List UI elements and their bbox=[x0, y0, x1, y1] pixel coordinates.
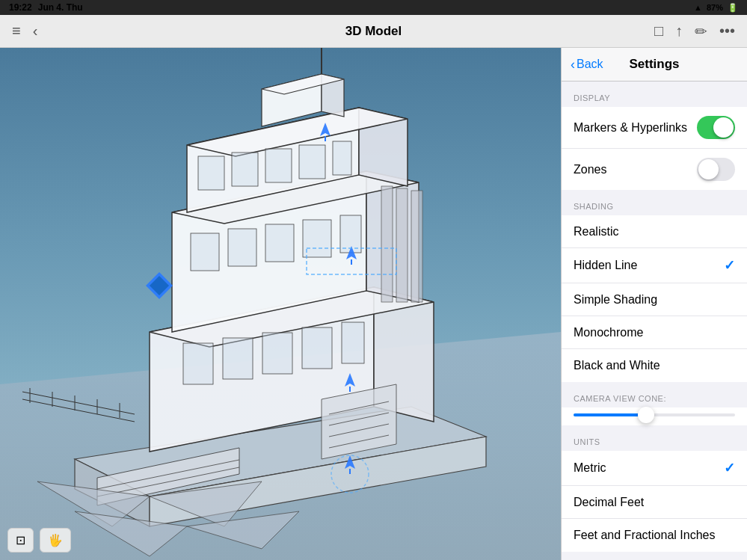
joystick-section-header: JOYSTICK bbox=[562, 552, 747, 560]
svg-rect-35 bbox=[396, 188, 408, 302]
slider-thumb[interactable] bbox=[638, 407, 654, 423]
settings-panel: ‹ Back Settings DISPLAY Markers & Hyperl… bbox=[561, 48, 747, 560]
battery-icon: 🔋 bbox=[728, 3, 738, 13]
model-bottom-toolbar: ⊡ 🖐 bbox=[7, 528, 71, 553]
metric-checkmark: ✓ bbox=[724, 460, 735, 476]
simple-shading-label: Simple Shading bbox=[574, 293, 657, 307]
svg-rect-31 bbox=[265, 149, 292, 182]
toolbar-title: 3D Model bbox=[345, 24, 402, 39]
shading-section-header: SHADING bbox=[562, 190, 747, 215]
markers-hyperlinks-label: Markers & Hyperlinks bbox=[574, 121, 687, 135]
svg-rect-19 bbox=[183, 343, 213, 384]
zones-toggle[interactable] bbox=[697, 158, 735, 181]
camera-section-header: CAMERA VIEW CONE: bbox=[562, 382, 747, 407]
main-toolbar: ≡ ‹ 3D Model □ ↑ ✏ ••• bbox=[0, 15, 747, 48]
hidden-line-label: Hidden Line bbox=[574, 259, 637, 272]
svg-rect-30 bbox=[232, 153, 258, 186]
metric-row[interactable]: Metric ✓ bbox=[562, 451, 747, 486]
feet-fractional-inches-row[interactable]: Feet and Fractional Inches bbox=[562, 519, 747, 552]
units-section-header: UNITS bbox=[562, 425, 747, 451]
hand-tool-button[interactable]: 🖐 bbox=[40, 528, 71, 553]
view-mode-icon: ⊡ bbox=[16, 533, 25, 547]
hidden-line-checkmark: ✓ bbox=[724, 257, 735, 274]
zones-row: Zones bbox=[562, 149, 747, 190]
metric-label: Metric bbox=[574, 461, 606, 475]
realistic-row[interactable]: Realistic bbox=[562, 215, 747, 248]
monochrome-label: Monochrome bbox=[574, 326, 643, 339]
svg-rect-33 bbox=[333, 141, 351, 175]
status-date: Jun 4. Thu bbox=[38, 2, 83, 13]
svg-rect-28 bbox=[340, 215, 361, 253]
back-icon[interactable]: ‹ bbox=[33, 22, 38, 40]
back-chevron-icon: ‹ bbox=[571, 57, 575, 73]
markers-hyperlinks-toggle[interactable] bbox=[697, 116, 735, 139]
toggle-knob bbox=[698, 159, 719, 179]
camera-cone-slider-container bbox=[562, 407, 747, 425]
wifi-icon: ▲ bbox=[694, 3, 702, 12]
svg-rect-21 bbox=[262, 333, 292, 374]
monochrome-row[interactable]: Monochrome bbox=[562, 316, 747, 349]
back-label: Back bbox=[577, 58, 603, 71]
battery-level: 87% bbox=[707, 3, 723, 12]
svg-rect-29 bbox=[198, 156, 224, 190]
svg-rect-25 bbox=[228, 229, 256, 266]
more-icon[interactable]: ••• bbox=[719, 22, 735, 40]
hidden-line-row[interactable]: Hidden Line ✓ bbox=[562, 248, 747, 283]
hand-tool-icon: 🖐 bbox=[48, 533, 63, 547]
pencil-icon[interactable]: ✏ bbox=[695, 22, 707, 40]
status-bar: 19:22 Jun 4. Thu ▲ 87% 🔋 bbox=[0, 0, 747, 15]
share-icon[interactable]: ↑ bbox=[675, 22, 683, 40]
svg-rect-36 bbox=[411, 191, 422, 302]
decimal-feet-row[interactable]: Decimal Feet bbox=[562, 486, 747, 519]
svg-rect-22 bbox=[302, 327, 332, 369]
black-and-white-label: Black and White bbox=[574, 359, 660, 372]
camera-cone-slider-track[interactable] bbox=[574, 413, 735, 416]
back-button[interactable]: ‹ Back bbox=[571, 57, 603, 73]
toggle-knob bbox=[713, 117, 734, 138]
book-icon[interactable]: □ bbox=[654, 22, 663, 40]
svg-rect-24 bbox=[191, 233, 219, 271]
settings-title: Settings bbox=[629, 57, 679, 72]
model-canvas bbox=[0, 48, 561, 560]
svg-rect-20 bbox=[223, 338, 253, 379]
svg-rect-34 bbox=[381, 186, 393, 302]
svg-rect-26 bbox=[265, 224, 294, 262]
slider-fill bbox=[574, 413, 646, 416]
units-group: Metric ✓ Decimal Feet Feet and Fractiona… bbox=[562, 451, 747, 552]
view-mode-button[interactable]: ⊡ bbox=[7, 528, 34, 553]
realistic-label: Realistic bbox=[574, 225, 618, 239]
black-and-white-row[interactable]: Black and White bbox=[562, 349, 747, 382]
feet-fractional-inches-label: Feet and Fractional Inches bbox=[574, 529, 715, 542]
status-time: 19:22 bbox=[9, 2, 32, 13]
svg-rect-32 bbox=[299, 145, 325, 179]
zones-label: Zones bbox=[574, 163, 606, 176]
simple-shading-row[interactable]: Simple Shading bbox=[562, 283, 747, 316]
display-group: Markers & Hyperlinks Zones bbox=[562, 107, 747, 190]
shading-group: Realistic Hidden Line ✓ Simple Shading M… bbox=[562, 215, 747, 382]
menu-icon[interactable]: ≡ bbox=[12, 22, 21, 40]
display-section-header: DISPLAY bbox=[562, 81, 747, 107]
settings-header: ‹ Back Settings bbox=[562, 48, 747, 81]
camera-cone-group bbox=[562, 407, 747, 425]
markers-hyperlinks-row: Markers & Hyperlinks bbox=[562, 107, 747, 149]
decimal-feet-label: Decimal Feet bbox=[574, 496, 644, 509]
model-viewport[interactable]: ⊡ 🖐 bbox=[0, 48, 561, 560]
svg-rect-23 bbox=[342, 322, 364, 363]
